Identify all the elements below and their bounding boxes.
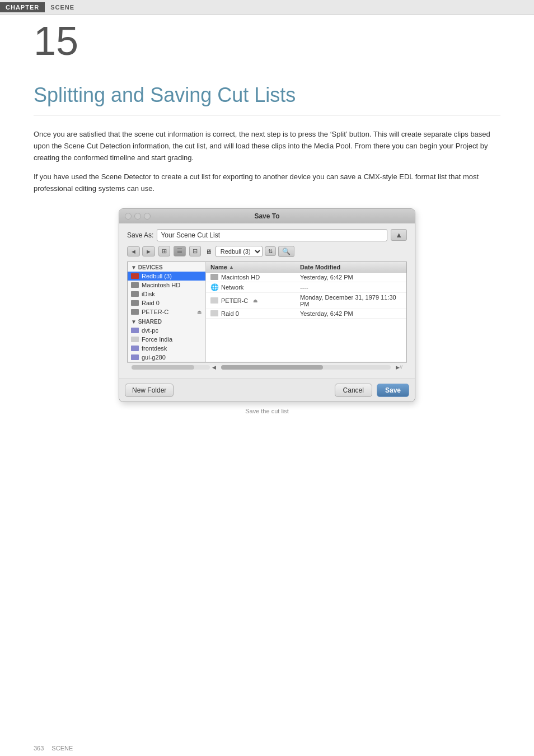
file-date: ---- — [296, 284, 406, 291]
footer-section: SCENE — [51, 745, 73, 752]
new-folder-button[interactable]: New Folder — [125, 384, 174, 397]
file-name: Raid 0 — [221, 310, 239, 317]
table-row[interactable]: PETER-C ⏏ Monday, December 31, 1979 11:3… — [206, 293, 406, 309]
forward-button[interactable]: ► — [142, 246, 155, 256]
search-button[interactable]: 🔍 — [278, 246, 294, 257]
page-title: Splitting and Saving Cut Lists — [34, 83, 500, 115]
eject-icon: ⏏ — [197, 309, 202, 315]
date-column-header: Date Modified — [296, 264, 345, 270]
file-icon — [210, 310, 218, 316]
gui-g280-icon — [131, 354, 139, 360]
raid-icon — [131, 300, 139, 306]
file-name-cell: Macintosh HD — [206, 274, 296, 281]
dialog-titlebar: Save To — [119, 209, 415, 223]
resize-handle[interactable]: // — [400, 365, 402, 370]
sidebar-item-label: iDisk — [142, 291, 155, 297]
file-date: Yesterday, 6:42 PM — [296, 310, 406, 317]
scrollbar-area: ◀ ▶ // — [127, 362, 407, 372]
file-name-cell: PETER-C ⏏ — [206, 297, 296, 304]
file-name: Macintosh HD — [221, 274, 260, 281]
table-row[interactable]: 🌐 Network ---- — [206, 282, 406, 293]
footer-page-number: 363 — [34, 745, 44, 752]
location-dropdown[interactable]: Redbull (3) — [216, 246, 263, 257]
sidebar-item-label: Force India — [142, 336, 172, 343]
network-icon: 🌐 — [210, 283, 218, 291]
page-footer: 363 SCENE — [0, 740, 534, 756]
peter-disk-icon — [131, 309, 139, 315]
sidebar-item-raid0[interactable]: Raid 0 — [128, 298, 205, 307]
file-list-header: Name ▲ Date Modified — [206, 262, 406, 273]
cancel-button[interactable]: Cancel — [335, 384, 372, 397]
disk-icon — [131, 291, 139, 297]
sidebar-item-macintosh-hd[interactable]: Macintosh HD — [128, 281, 205, 290]
dvt-icon — [131, 328, 139, 333]
file-icon — [210, 297, 218, 304]
devices-header: ▼ DEVICES — [128, 262, 205, 272]
main-scrollbar-thumb — [221, 365, 323, 370]
name-column-header[interactable]: Name ▲ — [206, 264, 296, 270]
sidebar-item-force-india[interactable]: Force India — [128, 335, 205, 344]
minimize-button-dot[interactable] — [134, 213, 141, 220]
saveas-label: Save As: — [127, 231, 153, 239]
location-area: 🖥 Redbull (3) — [205, 246, 263, 257]
dialog-container: Save To Save As: ▲ ◄ ► ⊞ ☰ ⊟ — [34, 208, 500, 402]
footer-right-buttons: Cancel Save — [335, 384, 409, 397]
sidebar-item-gui-g280[interactable]: gui-g280 — [128, 353, 205, 362]
close-button-dot[interactable] — [125, 213, 132, 220]
file-browser-panels: ▼ DEVICES Redbull (3) Macintosh HD iDisk — [127, 262, 407, 362]
force-india-icon — [131, 337, 139, 342]
scroll-left-arrow[interactable]: ◀ — [212, 365, 216, 370]
file-date: Monday, December 31, 1979 11:30 PM — [296, 294, 406, 307]
scroll-right-arrow[interactable]: ▶ — [396, 365, 400, 370]
table-row[interactable]: Raid 0 Yesterday, 6:42 PM — [206, 309, 406, 319]
shared-header: ▼ SHARED — [128, 316, 205, 326]
maximize-button-dot[interactable] — [144, 213, 151, 220]
saveas-input[interactable] — [157, 229, 387, 241]
body-text-1: Once you are satisfied that the scene cu… — [34, 129, 500, 164]
sidebar-item-label: PETER-C — [142, 309, 168, 315]
sort-dropdown-button[interactable]: ⇅ — [265, 246, 276, 256]
sidebar-item-label: Raid 0 — [142, 300, 160, 306]
icon-view-button[interactable]: ⊞ — [158, 246, 170, 256]
list-view-button[interactable]: ☰ — [174, 246, 186, 256]
chapter-label: CHAPTER — [0, 2, 45, 12]
sidebar-item-label: Macintosh HD — [142, 282, 180, 288]
sidebar-item-label: gui-g280 — [142, 354, 166, 361]
main-scrollbar-track[interactable] — [221, 365, 391, 370]
saveas-up-button[interactable]: ▲ — [391, 229, 407, 241]
sidebar-item-label: dvt-pc — [142, 327, 158, 334]
file-name: PETER-C — [221, 297, 248, 304]
scene-label: SCENE — [45, 2, 80, 12]
sidebar-item-peter-c[interactable]: PETER-C ⏏ — [128, 307, 205, 316]
file-name-cell: 🌐 Network — [206, 283, 296, 291]
sidebar-scrollbar[interactable] — [132, 365, 210, 370]
saveas-row: Save As: ▲ — [127, 229, 407, 241]
redbull-icon — [131, 273, 139, 279]
chapter-number: 15 — [0, 15, 534, 72]
caption: Save the cut list — [34, 408, 500, 414]
sidebar-item-redbull[interactable]: Redbull (3) — [128, 272, 205, 281]
file-name-cell: Raid 0 — [206, 310, 296, 317]
save-button[interactable]: Save — [377, 384, 409, 397]
main-content: Splitting and Saving Cut Lists Once you … — [0, 72, 534, 448]
sidebar-scrollbar-thumb — [132, 365, 194, 370]
main-scrollbar-area: ◀ ▶ — [212, 365, 400, 370]
frontdesk-icon — [131, 346, 139, 351]
file-icon — [210, 274, 218, 280]
eject-icon: ⏏ — [253, 298, 258, 304]
save-to-dialog: Save To Save As: ▲ ◄ ► ⊞ ☰ ⊟ — [119, 208, 415, 402]
sidebar-item-dvt-pc[interactable]: dvt-pc — [128, 326, 205, 335]
column-view-button[interactable]: ⊟ — [189, 246, 201, 256]
hd-icon — [131, 282, 139, 288]
dialog-body: Save As: ▲ ◄ ► ⊞ ☰ ⊟ 🖥 Redbull (3) — [119, 223, 415, 379]
sidebar-item-label: frontdesk — [142, 345, 167, 352]
top-bar: CHAPTER SCENE — [0, 0, 534, 15]
sidebar-item-frontdesk[interactable]: frontdesk — [128, 344, 205, 353]
file-list: Name ▲ Date Modified Macintosh HD Yest — [206, 262, 406, 362]
body-text-2: If you have used the Scene Detector to c… — [34, 171, 500, 195]
table-row[interactable]: Macintosh HD Yesterday, 6:42 PM — [206, 273, 406, 282]
file-date: Yesterday, 6:42 PM — [296, 274, 406, 281]
back-button[interactable]: ◄ — [127, 246, 140, 256]
sidebar-item-idisk[interactable]: iDisk — [128, 290, 205, 298]
dialog-title: Save To — [254, 212, 279, 220]
